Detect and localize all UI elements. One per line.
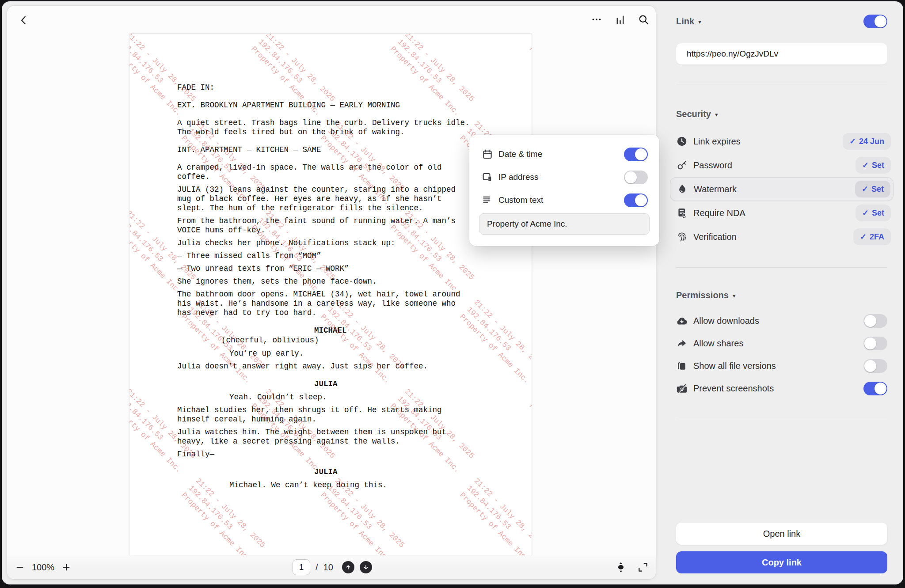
status-badge[interactable]: ✓Set [856,205,891,221]
script-dialogue: Michael. We can’t keep doing this. [229,481,494,490]
bar-chart-icon [614,14,626,26]
security-row-watermark[interactable]: Watermark✓Set [670,177,894,201]
row-label: Show all file versions [693,361,863,371]
script-action: — Two unread texts from “ERIC — WORK” [177,264,494,273]
script-action: Michael studies her, then shrugs it off.… [177,406,494,424]
row-label: Custom text [498,195,624,205]
row-label: Allow downloads [693,316,863,326]
script-action: — Three missed calls from “MOM” [177,251,494,261]
plus-icon [61,562,71,572]
script-action: JULIA (32) leans against the counter, st… [177,185,494,213]
copy-link-button[interactable]: Copy link [676,551,887,573]
script-action: A quiet street. Trash bags line the curb… [177,118,494,137]
versions-icon [676,360,688,372]
script-action: From the bathroom, the faint sound of ru… [177,216,494,235]
row-label: Verification [693,232,853,242]
nda-icon [676,207,688,219]
chevron-down-icon: ▾ [715,111,718,118]
toggle-knob [635,194,647,206]
script-action: Julia watches him. The weight between th… [177,428,494,446]
minus-icon [15,562,25,572]
back-button[interactable] [16,12,32,28]
security-section-toggle[interactable]: Security ▾ [676,109,887,119]
status-badge[interactable]: ✓Set [856,157,891,174]
security-row-password[interactable]: Password✓Set [670,153,894,177]
clock-icon [676,136,688,147]
date-time-toggle[interactable] [624,148,648,161]
prevent-screenshots-toggle[interactable] [863,382,887,395]
divider [676,419,887,419]
allow-downloads-toggle[interactable] [863,314,887,328]
security-row-verification[interactable]: Verification✓2FA [670,225,894,249]
permission-row-allow-shares: Allow shares [676,332,887,355]
share-link-input[interactable] [676,43,887,64]
expand-icon [637,561,649,573]
divider [676,267,887,268]
row-label: Date & time [498,149,624,159]
check-icon: ✓ [862,208,869,218]
show-all-file-versions-toggle[interactable] [863,359,887,373]
status-badge[interactable]: ✓Set [855,181,890,197]
document-viewer: FADE IN:EXT. BROOKLYN APARTMENT BUILDING… [7,6,656,579]
security-row-link-expires[interactable]: Link expires✓24 Jun [670,129,894,153]
viewer-toolbar [589,12,650,27]
search-button[interactable] [636,12,650,27]
custom-text-toggle[interactable] [624,193,648,207]
screenplay-text: FADE IN:EXT. BROOKLYN APARTMENT BUILDING… [177,83,494,490]
script-parenthetical: (cheerful, oblivious) [221,336,494,345]
fingerprint-icon [676,231,688,243]
calendar-icon [482,148,493,160]
badge-text: 2FA [870,232,884,242]
ip-address-toggle[interactable] [624,171,648,184]
link-section-title: Link [676,16,694,27]
more-options-button[interactable] [589,12,604,27]
fullscreen-button[interactable] [636,561,650,574]
scroll-mode-button[interactable] [614,561,627,574]
script-action: Julia doesn’t answer right away. Just si… [177,362,494,371]
link-enabled-toggle[interactable] [863,15,887,28]
analytics-button[interactable] [613,12,627,27]
row-label: IP address [498,172,624,182]
permissions-section-title: Permissions [676,290,729,300]
ellipsis-icon [591,14,602,25]
page-number-input[interactable] [293,559,310,575]
check-icon: ✓ [849,137,856,146]
key-icon [676,159,688,171]
chevron-down-icon: ▾ [733,292,736,299]
script-action: FADE IN: [177,83,494,92]
script-scene: EXT. BROOKLYN APARTMENT BUILDING — EARLY… [177,101,494,110]
script-action: The bathroom door opens. MICHAEL (34), w… [177,290,494,318]
script-action: A cramped, lived-in space. The walls are… [177,163,494,182]
permission-row-prevent-screenshots: Prevent screenshots [676,377,887,400]
open-link-button[interactable]: Open link [676,523,887,545]
row-label: Watermark [694,184,855,194]
arrow-up-icon [345,564,352,571]
permission-row-allow-downloads: Allow downloads [676,310,887,332]
zoom-in-button[interactable] [61,562,71,572]
page-separator: / [316,562,318,573]
link-section-toggle[interactable]: Link ▾ [676,16,701,27]
custom-text-input[interactable] [479,213,650,235]
permissions-section-toggle[interactable]: Permissions ▾ [676,290,887,300]
badge-text: Set [872,209,884,218]
allow-shares-toggle[interactable] [863,337,887,350]
text-lines-icon [482,194,493,206]
script-scene: INT. APARTMENT — KITCHEN — SAME [177,145,494,155]
status-badge[interactable]: ✓24 Jun [843,133,891,150]
watermark-settings-popover: Date & timeIP addressCustom text [469,135,659,246]
zoom-out-button[interactable] [15,562,25,572]
share-icon [676,338,688,349]
security-row-require-nda[interactable]: Require NDA✓Set [670,201,894,225]
script-character: MICHAEL [314,326,494,335]
script-dialogue: You’re up early. [229,349,494,358]
previous-page-button[interactable] [342,561,354,573]
status-badge[interactable]: ✓2FA [853,228,891,245]
script-dialogue: Yeah. Couldn’t sleep. [229,393,494,402]
page-total: 10 [323,562,333,573]
chevron-down-icon: ▾ [698,19,701,25]
document-page: FADE IN:EXT. BROOKLYN APARTMENT BUILDING… [129,33,532,556]
row-label: Password [693,160,856,171]
badge-text: 24 Jun [859,137,884,146]
next-page-button[interactable] [360,561,372,573]
script-action: She ignores them, sets the phone face-do… [177,277,494,286]
